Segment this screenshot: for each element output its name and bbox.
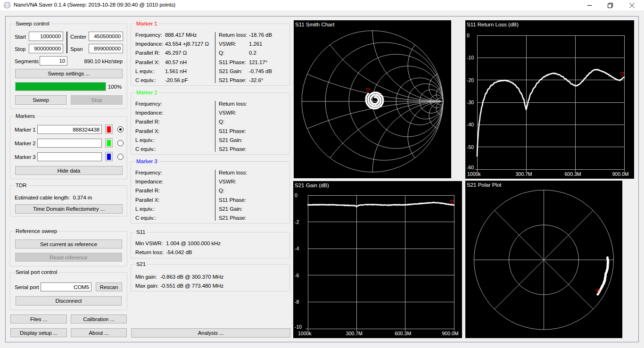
marker2-color-button[interactable] — [105, 138, 113, 148]
sweep-control-group-title: Sweep control — [14, 20, 51, 27]
span-input[interactable]: 899000000 — [89, 44, 123, 53]
m3-columns-separator — [215, 170, 215, 221]
sweep-button[interactable]: Sweep — [15, 95, 66, 105]
m2-parallel-r-label: Parallel R: — [135, 118, 160, 125]
m1-vswr-label: VSWR: — [219, 41, 236, 47]
serial-port-group-title: Serial port control — [14, 269, 58, 275]
marker3-data-title: Marker 3 — [135, 158, 159, 165]
files-button[interactable]: Files ... — [10, 315, 67, 323]
m1-return-loss-value: -18.76 dB — [249, 32, 272, 38]
hide-data-button[interactable]: Hide data — [15, 166, 123, 175]
display-setup-button[interactable]: Display setup ... — [10, 328, 67, 337]
stop-button[interactable]: Stop — [71, 95, 123, 105]
m1-frequency-value: 888.417 MHz — [165, 32, 197, 38]
segments-label: Segments — [15, 58, 39, 65]
restore-button[interactable] — [600, 0, 621, 10]
s11-info-group: S11 Min VSWR: 1.004 @ 1000.000 kHz Retur… — [131, 232, 290, 258]
m3-q-label: Q: — [219, 187, 224, 194]
m2-parallel-x-label: Parallel X: — [135, 128, 159, 134]
tdr-group-title: TDR — [14, 182, 28, 189]
m2-frequency-label: Frequency: — [135, 100, 162, 107]
tdr-button[interactable]: Time Domain Reflectometry ... — [15, 204, 123, 214]
svg-text:1000k: 1000k — [467, 171, 481, 177]
rescan-button[interactable]: Rescan — [96, 282, 122, 291]
calibration-button[interactable]: Calibration ... — [71, 315, 127, 323]
m3-parallel-x-label: Parallel X: — [135, 197, 159, 203]
marker1-radio[interactable] — [117, 126, 124, 133]
about-button[interactable]: About ... — [71, 328, 127, 337]
s21-info-title: S21 — [135, 261, 147, 267]
svg-text:-40: -40 — [467, 122, 474, 127]
s21-polar-chart[interactable]: S21 Polar Plot — [465, 181, 622, 338]
minimize-icon — [587, 3, 592, 8]
s11-smith-chart[interactable]: S11 Smith Chart — [294, 20, 451, 178]
marker2-input[interactable] — [37, 139, 102, 148]
step-size-text: 890.10 kHz/step — [71, 58, 123, 65]
s21-max-gain-value: -0.551 dB @ 773.480 MHz — [160, 282, 223, 289]
s21-info-group: S21 Min gain: -0.863 dB @ 300.370 MHz Ma… — [131, 264, 290, 291]
stop-input[interactable]: 900000000 — [29, 44, 63, 53]
set-reference-button[interactable]: Set current as reference — [15, 240, 122, 249]
m2-s21-phase-label: S21 Phase: — [219, 146, 246, 152]
svg-text:-50: -50 — [467, 144, 474, 150]
marker3-input[interactable] — [37, 152, 102, 161]
m2-return-loss-label: Return loss: — [219, 100, 247, 107]
s11-info-title: S11 — [135, 229, 147, 235]
marker1-data-group: Marker 1 Frequency: 888.417 MHz Impedanc… — [131, 24, 290, 86]
s11-return-loss-chart[interactable]: S11 Return Loss (dB)0-10-20-30-40-50-601… — [465, 20, 634, 179]
marker2-label: Marker 2 — [15, 140, 36, 147]
m2-s21-gain-label: S21 Gain: — [219, 137, 242, 143]
m3-parallel-r-label: Parallel R: — [135, 187, 160, 194]
span-label: Span — [70, 46, 83, 52]
minimize-button[interactable] — [579, 0, 600, 10]
app-icon — [3, 1, 11, 9]
marker2-data-title: Marker 2 — [135, 89, 159, 96]
marker3-color-button[interactable] — [105, 152, 113, 161]
svg-text:S21 Polar Plot: S21 Polar Plot — [467, 182, 502, 188]
reset-reference-button[interactable]: Reset reference — [15, 253, 122, 262]
close-icon — [629, 3, 635, 8]
m1-l-equiv-label: L equiv.: — [135, 68, 155, 75]
marker1-label: Marker 1 — [15, 126, 36, 133]
start-input[interactable]: 1000000 — [29, 32, 63, 41]
close-button[interactable] — [621, 0, 643, 10]
window-title: NanoVNA Saver 0.1.4 (Sweep: 2019-10-28 0… — [14, 2, 175, 8]
svg-text:-4: -4 — [295, 246, 299, 251]
s11-return-loss-value: -54.042 dB — [166, 249, 192, 256]
m2-c-equiv-label: C equiv.: — [135, 146, 156, 152]
disconnect-button[interactable]: Disconnect — [16, 296, 122, 306]
svg-text:S11 Smith Chart: S11 Smith Chart — [295, 22, 335, 27]
marker2-radio[interactable] — [117, 140, 124, 146]
marker3-color-swatch — [107, 154, 111, 160]
sweep-progress-fill — [16, 83, 106, 91]
serial-port-input[interactable]: COM5 — [41, 282, 91, 291]
analysis-button[interactable]: Analysis ... — [131, 328, 290, 338]
s11-return-loss-label: Return loss: — [135, 249, 164, 256]
svg-text:-2: -2 — [295, 219, 299, 225]
reference-sweep-group-title: Reference sweep — [14, 228, 58, 234]
sweep-settings-button[interactable]: Sweep settings ... — [15, 69, 123, 78]
svg-text:300.7M: 300.7M — [515, 171, 532, 177]
marker3-radio[interactable] — [117, 154, 124, 160]
m1-impedance-label: Impedance: — [135, 41, 163, 47]
segments-input[interactable]: 10 — [40, 56, 67, 66]
marker1-input[interactable]: 888324438 — [37, 125, 102, 134]
svg-text:0: 0 — [295, 192, 297, 198]
svg-text:600.3M: 600.3M — [395, 331, 411, 336]
m1-parallel-r-value: 45.297 Ω — [165, 50, 187, 56]
marker3-label: Marker 3 — [15, 154, 36, 160]
svg-text:-6: -6 — [295, 273, 299, 278]
m1-s21-phase-value: -32.6° — [249, 77, 263, 83]
sweep-progress-bar — [15, 82, 106, 91]
svg-text:-30: -30 — [467, 99, 474, 105]
application-window: NanoVNA Saver 0.1.4 (Sweep: 2019-10-28 0… — [0, 0, 644, 348]
s21-gain-chart[interactable]: S21 Gain (dB)0-2-4-6-8-101000k300.7M600.… — [293, 181, 462, 338]
restore-icon — [608, 3, 613, 8]
center-input[interactable]: 450500000 — [89, 32, 123, 41]
marker1-color-button[interactable] — [105, 124, 113, 134]
svg-text:-10: -10 — [295, 324, 302, 330]
m1-l-equiv-value: 1.561 nH — [165, 68, 187, 75]
m1-parallel-x-value: 40.57 nH — [165, 59, 187, 66]
m1-q-value: 0.2 — [249, 50, 256, 56]
m2-columns-separator — [215, 101, 215, 152]
